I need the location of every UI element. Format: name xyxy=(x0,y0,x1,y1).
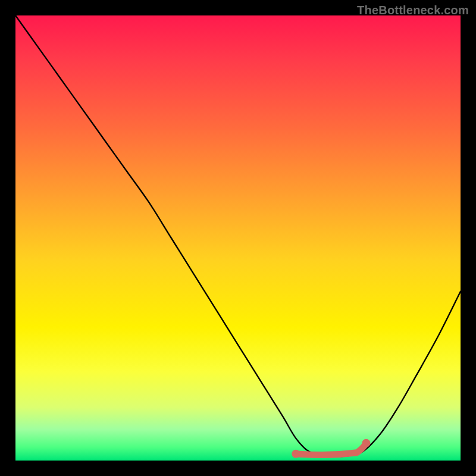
chart-frame: TheBottleneck.com xyxy=(0,0,476,476)
attribution-text: TheBottleneck.com xyxy=(357,4,469,17)
plot-area xyxy=(15,15,461,461)
bottleneck-curve xyxy=(15,15,461,456)
curve-svg xyxy=(15,15,461,461)
flat-region-dot-left xyxy=(292,450,300,458)
flat-region-dot-right xyxy=(362,439,370,447)
